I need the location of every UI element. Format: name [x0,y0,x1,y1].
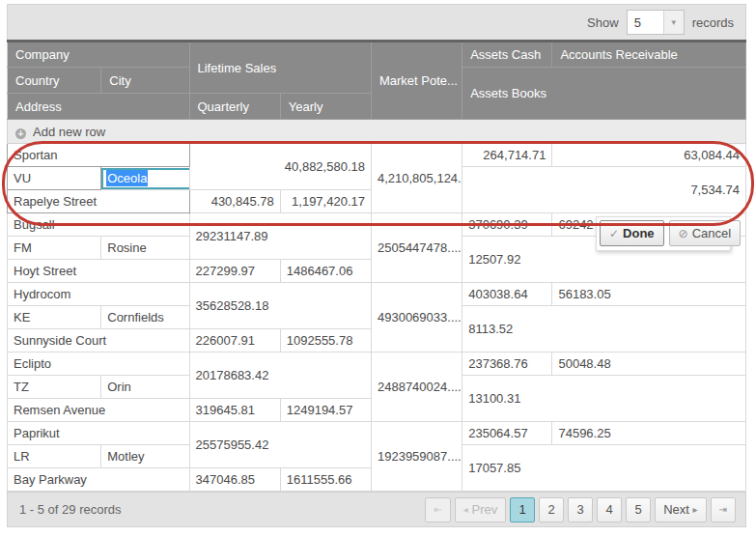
selected-text: Oceola [106,170,148,186]
next-page-button[interactable]: Next ▸ [655,497,706,522]
cell-address[interactable]: Sunnyside Court [8,329,190,353]
cell-yearly[interactable]: 1611555.66 [280,468,371,492]
cell-lifetime-sales[interactable]: 40,882,580.18 [189,144,371,190]
edit-confirm-popup: ✓ Done ⊘ Cancel [596,216,731,251]
cell-accounts-receivable[interactable]: 74596.25 [552,422,746,445]
page-button-3[interactable]: 3 [568,497,593,522]
header-quarterly[interactable]: Quarterly [189,94,280,120]
grid-footer: 1 - 5 of 29 records ⇤ ◂ Prev 1 2 3 4 5 N… [7,492,746,527]
record-row-editing: Sportan 40,882,580.18 4,210,805,124.6 26… [8,144,746,213]
first-page-button[interactable]: ⇤ [425,497,450,522]
cell-company[interactable]: Bugsall [8,213,190,237]
cell-yearly[interactable]: 1092555.78 [280,329,371,353]
page-button-2[interactable]: 2 [539,497,564,522]
page-button-1[interactable]: 1 [510,497,535,522]
cell-address[interactable]: Rapelye Street [8,190,190,213]
cell-assets-cash[interactable]: 237368.76 [462,353,552,376]
prev-icon: ◂ [463,504,468,515]
cell-accounts-receivable[interactable]: 63,084.44 [552,144,746,167]
cell-market-potential[interactable]: 4,210,805,124.6 [371,144,462,213]
cell-company[interactable]: Sportan [8,144,190,167]
cell-assets-books[interactable]: 8113.52 [462,306,746,353]
record-row: Paprikut 25575955.42 1923959087.... 2350… [8,422,746,492]
cell-country[interactable]: LR [8,445,101,468]
next-label: Next [663,502,689,517]
cell-address[interactable]: Bay Parkway [8,468,190,492]
page-size-select[interactable]: 5 ▼ [627,10,685,35]
cell-accounts-receivable[interactable]: 50048.48 [552,353,746,376]
add-new-row-button[interactable]: +Add new row [8,120,746,144]
cell-quarterly[interactable]: 430,845.78 [189,190,280,213]
cell-quarterly[interactable]: 347046.85 [189,468,280,492]
cell-address[interactable]: Remsen Avenue [8,399,190,422]
cell-company[interactable]: Paprikut [8,422,190,445]
cell-country[interactable]: FM [8,237,101,260]
last-page-button[interactable]: ⇥ [711,497,736,522]
header-company[interactable]: Company [8,42,190,68]
data-grid-widget: Show 5 ▼ records Company Lifetime Sales … [7,4,746,527]
prev-label: Prev [471,502,497,517]
cell-quarterly[interactable]: 227299.97 [189,260,280,283]
cell-address[interactable]: Hoyt Street [8,260,190,283]
header-assets-books[interactable]: Assets Books [462,68,746,120]
first-page-icon: ⇤ [434,504,441,515]
cell-market-potential[interactable]: 2488740024.... [371,353,462,422]
record-row: Hydrocom 35628528.18 4930069033.... 4030… [8,283,746,353]
cell-assets-cash[interactable]: 403038.64 [462,283,552,306]
next-icon: ▸ [693,504,698,515]
cell-assets-cash[interactable]: 235064.57 [462,422,552,445]
done-label: Done [623,226,655,240]
cell-quarterly[interactable]: 319645.81 [189,399,280,422]
cell-city[interactable]: Cornfields [101,306,189,329]
cell-assets-cash[interactable]: 370690.39 [462,213,552,237]
cell-lifetime-sales[interactable]: 29231147.89 [189,213,371,260]
header-accounts-receivable[interactable]: Accounts Receivable [552,42,746,68]
cell-lifetime-sales[interactable]: 25575955.42 [189,422,371,468]
cell-assets-books[interactable]: 17057.85 [462,445,746,492]
cell-market-potential[interactable]: 4930069033.... [371,283,462,353]
cell-quarterly[interactable]: 226007.91 [189,329,280,353]
header-address[interactable]: Address [8,94,190,120]
cell-yearly[interactable]: 1486467.06 [280,260,371,283]
cell-city[interactable]: Motley [101,445,189,468]
cell-city-editing: Oceola [101,167,189,190]
cell-yearly[interactable]: 1249194.57 [280,399,371,422]
header-country[interactable]: Country [8,68,101,94]
chevron-down-icon[interactable]: ▼ [663,11,684,34]
cell-assets-cash[interactable]: 264,714.71 [462,144,552,167]
cell-assets-books[interactable]: 7,534.74 [462,167,746,213]
header-lifetime-sales[interactable]: Lifetime Sales [189,42,371,94]
cell-assets-books[interactable]: 13100.31 [462,376,746,422]
cell-company[interactable]: Eclipto [8,353,190,376]
add-icon: + [15,128,26,139]
cell-market-potential[interactable]: 2505447478.... [371,213,462,283]
cancel-label: Cancel [692,226,731,240]
page-button-4[interactable]: 4 [597,497,622,522]
cancel-button[interactable]: ⊘ Cancel [669,220,742,246]
grid-toolbar: Show 5 ▼ records [7,4,746,40]
show-label: Show [587,15,619,30]
header-market-potential[interactable]: Market Pote... [371,42,462,120]
page-size-value: 5 [628,11,663,34]
cell-city[interactable]: Orin [101,376,189,399]
cell-company[interactable]: Hydrocom [8,283,190,306]
cell-accounts-receivable[interactable]: 56183.05 [552,283,746,306]
cell-yearly[interactable]: 1,197,420.17 [280,190,371,213]
cell-lifetime-sales[interactable]: 35628528.18 [189,283,371,329]
city-editor-input[interactable]: Oceola [101,168,189,189]
page-button-5[interactable]: 5 [626,497,651,522]
header-city[interactable]: City [101,68,189,94]
done-button[interactable]: ✓ Done [600,220,664,246]
header-assets-cash[interactable]: Assets Cash [462,42,552,68]
cell-country[interactable]: VU [8,167,101,190]
header-yearly[interactable]: Yearly [280,94,371,120]
cell-country[interactable]: TZ [8,376,101,399]
cell-lifetime-sales[interactable]: 20178683.42 [189,353,371,399]
prev-page-button[interactable]: ◂ Prev [455,497,506,522]
records-summary: 1 - 5 of 29 records [19,502,122,517]
records-label: records [692,15,734,30]
cell-city[interactable]: Rosine [101,237,189,260]
cell-country[interactable]: KE [8,306,101,329]
grid-header: Company Lifetime Sales Market Pote... As… [8,42,746,120]
cell-market-potential[interactable]: 1923959087.... [371,422,462,492]
